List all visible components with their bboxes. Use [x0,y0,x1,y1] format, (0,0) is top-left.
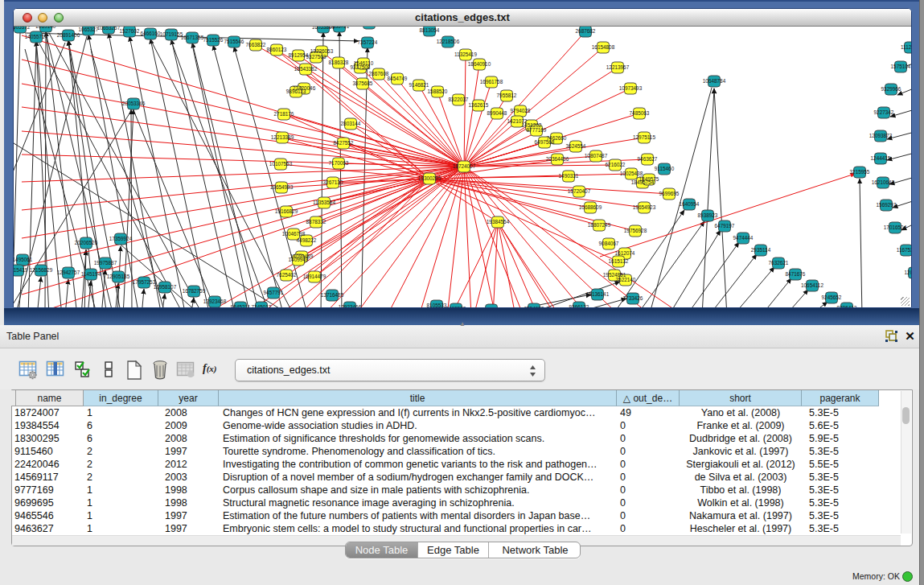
svg-text:1527602: 1527602 [120,28,140,34]
svg-text:12923466: 12923466 [339,304,362,307]
svg-text:19975887: 19975887 [94,260,117,266]
svg-text:9084067: 9084067 [599,241,619,246]
svg-text:8471676: 8471676 [786,271,806,277]
svg-text:1490331: 1490331 [559,173,579,179]
svg-text:16671355: 16671355 [181,35,204,40]
svg-text:1145194: 1145194 [81,271,101,277]
svg-text:10973493: 10973493 [619,85,643,91]
svg-text:7632621: 7632621 [769,260,789,266]
svg-text:12093873: 12093873 [869,133,893,138]
svg-text:10719155: 10719155 [160,31,183,37]
svg-text:9896113: 9896113 [286,89,306,94]
svg-text:17016504: 17016504 [884,225,907,230]
svg-text:1575104: 1575104 [891,64,911,69]
svg-text:20053346: 20053346 [122,101,146,106]
svg-text:9699695: 9699695 [659,191,680,196]
svg-text:9115460: 9115460 [655,166,675,171]
svg-text:16782759: 16782759 [183,288,206,294]
svg-text:8105533: 8105533 [427,303,447,307]
svg-text:6216022: 6216022 [606,162,626,167]
svg-text:9329966: 9329966 [881,86,901,92]
svg-text:13226053: 13226053 [310,48,334,54]
svg-text:7625402: 7625402 [277,272,297,278]
svg-text:8990448: 8990448 [487,110,507,116]
svg-text:2718176: 2718176 [274,111,294,117]
svg-text:1495061: 1495061 [14,257,33,262]
svg-text:10648784: 10648784 [703,78,726,84]
svg-text:3875685: 3875685 [353,80,373,86]
svg-text:12218506: 12218506 [437,39,460,44]
svg-text:1112053: 1112053 [901,44,911,50]
svg-text:12923468: 12923468 [203,299,227,304]
svg-text:9146821: 9146821 [409,82,429,88]
svg-text:7245012: 7245012 [252,304,272,307]
svg-text:1546110: 1546110 [354,60,374,66]
svg-text:8878332: 8878332 [306,219,326,225]
svg-text:9415533: 9415533 [446,306,466,307]
svg-text:2867608: 2867608 [369,71,389,76]
svg-text:1362615: 1362615 [469,102,489,108]
svg-text:1244415: 1244415 [871,155,891,161]
svg-text:3267130: 3267130 [323,179,343,185]
svg-text:8322037: 8322037 [449,97,469,102]
svg-text:7515526: 7515526 [203,37,224,43]
svg-text:7485063: 7485063 [630,110,650,116]
svg-text:19654983: 19654983 [270,184,294,190]
svg-text:9474444: 9474444 [733,235,754,241]
svg-text:16543382: 16543382 [294,66,318,72]
svg-text:1849575: 1849575 [639,176,659,182]
svg-text:10688609: 10688609 [579,204,602,210]
svg-text:1588520: 1588520 [428,89,448,94]
svg-text:6479197: 6479197 [715,223,735,229]
svg-text:2935114: 2935114 [751,247,771,253]
svg-text:10025438: 10025438 [620,171,643,176]
svg-text:19384554: 19384554 [487,219,510,225]
svg-text:18300295: 18300295 [418,175,441,181]
svg-text:4498222: 4498222 [297,237,317,243]
svg-text:20364436: 20364436 [546,156,569,162]
svg-text:1254633: 1254633 [524,306,544,307]
svg-text:16914479: 16914479 [303,274,326,279]
svg-text:19166829: 19166829 [275,208,298,214]
svg-text:9457791: 9457791 [264,290,284,295]
svg-text:10958107: 10958107 [154,284,177,290]
svg-text:19654923: 19654923 [633,204,656,210]
svg-text:11325419: 11325419 [454,51,477,57]
svg-text:2687682: 2687682 [576,28,596,34]
svg-text:17359924: 17359924 [109,236,133,241]
svg-text:9366122: 9366122 [569,304,589,307]
svg-text:1733426: 1733426 [623,295,643,301]
svg-text:6466160: 6466160 [141,31,161,36]
svg-text:18724007: 18724007 [453,163,476,169]
svg-text:16154808: 16154808 [592,44,615,50]
svg-text:12156829: 12156829 [30,267,53,273]
svg-text:20891406: 20891406 [57,32,80,38]
svg-text:8186328: 8186328 [329,60,349,65]
svg-text:7357224: 7357224 [358,39,378,45]
svg-text:17957253: 17957253 [133,279,156,285]
svg-text:10807487: 10807487 [585,153,608,159]
svg-text:19756928: 19756928 [624,228,647,233]
svg-text:20206526: 20206526 [75,240,98,245]
svg-text:8938923: 8938923 [698,212,718,218]
svg-text:9794028: 9794028 [511,108,531,113]
svg-text:8427552: 8427552 [334,140,354,146]
svg-text:11353584: 11353584 [313,200,335,205]
svg-text:7663822: 7663822 [246,42,266,47]
svg-text:9245211: 9245211 [231,304,251,307]
svg-text:8796413: 8796413 [837,305,857,307]
svg-text:1612074: 1612074 [615,250,635,256]
svg-text:16961758: 16961758 [480,79,503,84]
svg-text:15136141: 15136141 [586,291,610,297]
svg-text:7955812: 7955812 [497,93,517,98]
svg-text:1605372: 1605372 [14,27,31,30]
svg-text:12975115: 12975115 [633,134,655,140]
svg-text:12213967: 12213967 [606,64,630,70]
svg-text:16210643: 16210643 [872,179,895,185]
svg-text:3915419: 3915419 [14,267,28,273]
svg-text:9777169: 9777169 [527,127,547,133]
svg-text:8860123: 8860123 [267,47,287,52]
svg-text:10653257: 10653257 [97,27,121,31]
svg-text:3624554: 3624554 [566,143,586,149]
svg-text:1569297: 1569297 [877,202,897,208]
